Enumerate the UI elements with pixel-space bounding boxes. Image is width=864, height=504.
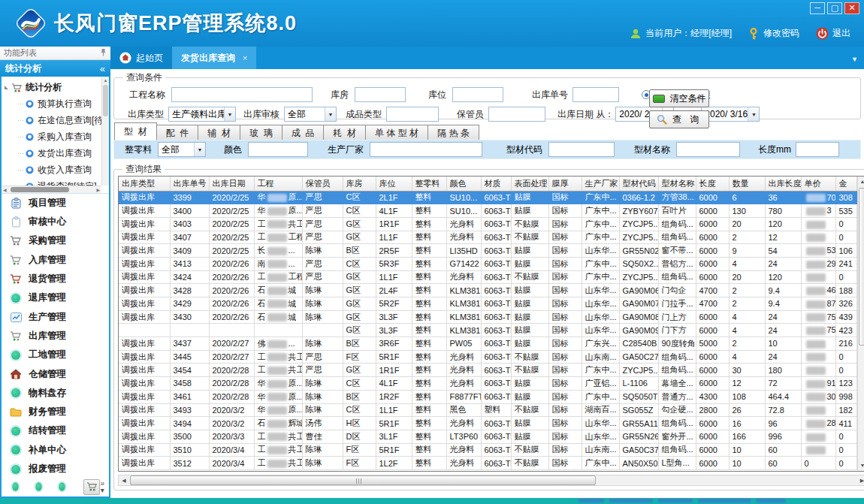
scroll-left-icon[interactable]: ◀ bbox=[119, 475, 129, 485]
column-header[interactable]: 整零料 bbox=[412, 177, 446, 191]
column-header[interactable]: 库房 bbox=[343, 177, 376, 191]
column-header[interactable]: 长度 bbox=[696, 177, 729, 191]
date-to-picker[interactable]: 2020/ 3/16 ▼ bbox=[701, 107, 760, 122]
length-input[interactable] bbox=[796, 142, 839, 157]
grid-vscroll-thumb[interactable] bbox=[859, 188, 864, 346]
table-row[interactable]: 调拨出库34072020/2/25工工程严思G区1L1F整料光身料6063-T5… bbox=[119, 231, 856, 244]
column-header[interactable]: 材质 bbox=[481, 177, 511, 191]
table-row[interactable]: 调拨出库34582020/2/28华原...陈琳C区4L1F整料光身料6063-… bbox=[119, 377, 856, 391]
material-tab-2[interactable]: 配 件 bbox=[157, 125, 199, 140]
grid-horizontal-scrollbar[interactable]: ◀ ▶ bbox=[118, 475, 864, 486]
quick-dot-icon[interactable] bbox=[12, 482, 18, 490]
outbound-type-combo[interactable]: 生产领料出库 ▼ bbox=[168, 107, 236, 122]
tree-item[interactable]: 收货入库查询 bbox=[2, 161, 101, 178]
column-header[interactable]: 出库单号 bbox=[170, 177, 209, 191]
tree-vscroll-thumb[interactable] bbox=[103, 85, 108, 116]
table-row[interactable]: 调拨出库34092020/2/25长...陈琳B区2R5F整料LI35HD606… bbox=[119, 244, 856, 258]
datepicker-arrow-icon[interactable]: ▼ bbox=[748, 107, 759, 121]
maximize-button[interactable]: ▢ bbox=[827, 2, 842, 14]
scroll-left-icon[interactable]: ◀ bbox=[3, 186, 7, 194]
more-buttons-chevron[interactable]: »▾ bbox=[100, 480, 104, 493]
logout[interactable]: 退出 bbox=[816, 27, 850, 40]
table-row[interactable]: 调拨出库34292020/2/26石城陈琳G区5R2F整料KLM38176063… bbox=[119, 297, 856, 311]
column-header[interactable]: 单价 bbox=[801, 177, 835, 191]
tree-item[interactable]: 预算执行查询 bbox=[2, 95, 101, 112]
tree-hscroll-thumb[interactable] bbox=[11, 187, 69, 192]
column-header[interactable]: 保管员 bbox=[302, 177, 343, 191]
scroll-down-icon[interactable]: ▼ bbox=[858, 460, 864, 471]
sidebar-item-补单中心[interactable]: 补单中心 bbox=[2, 441, 109, 460]
tree-item[interactable]: 发货出库查询 bbox=[2, 145, 101, 161]
tree-item[interactable]: 采购入库查询 bbox=[2, 128, 101, 145]
scroll-up-icon[interactable]: ▲ bbox=[858, 177, 864, 187]
audit-combo[interactable]: 全部 ▼ bbox=[284, 107, 337, 122]
table-row[interactable]: 调拨出库34932020/3/2华原...陈琳C区1L1F整料黑色塑料不贴膜国标… bbox=[119, 403, 856, 417]
tree-expand-icon[interactable] bbox=[5, 86, 8, 89]
tab-home[interactable]: 起始页 bbox=[110, 47, 172, 69]
sidebar-item-采购管理[interactable]: 采购管理 bbox=[2, 231, 109, 250]
material-tab-8[interactable]: 隔 热 条 bbox=[428, 125, 479, 140]
column-header[interactable]: 工程 bbox=[254, 177, 302, 191]
sidebar-item-退库管理[interactable]: 退库管理 bbox=[2, 288, 109, 307]
sidebar-item-物料盘存[interactable]: 物料盘存 bbox=[2, 384, 109, 403]
sidebar-item-报废管理[interactable]: 报废管理 bbox=[2, 460, 109, 478]
project-name-input[interactable] bbox=[171, 87, 313, 102]
sidebar-item-财务管理[interactable]: 财务管理 bbox=[2, 403, 109, 421]
sidebar-item-项目管理[interactable]: 项目管理 bbox=[2, 194, 109, 213]
combo-arrow-icon[interactable]: ▼ bbox=[325, 107, 336, 121]
table-row[interactable]: 调拨出库34542020/2/28工共工程严思G区1R1F整料光身料6063-T… bbox=[119, 364, 856, 377]
column-header[interactable]: 库位 bbox=[376, 177, 412, 191]
minimize-button[interactable]: ─ bbox=[810, 2, 825, 14]
material-tab-6[interactable]: 耗 材 bbox=[324, 125, 366, 140]
column-header[interactable]: 型材名称 bbox=[658, 177, 696, 191]
material-tab-7[interactable]: 单 体 型 材 bbox=[366, 125, 428, 140]
column-header[interactable]: 数量 bbox=[729, 177, 765, 191]
column-header[interactable]: 生产厂家 bbox=[582, 177, 619, 191]
column-header[interactable]: 出库类型 bbox=[119, 177, 170, 191]
collapse-icon[interactable]: « bbox=[100, 63, 105, 74]
column-header[interactable]: 型材代码 bbox=[619, 177, 658, 191]
search-button[interactable]: 查 询 bbox=[649, 110, 709, 128]
profile-code-input[interactable] bbox=[548, 142, 615, 157]
sidebar-item-入库管理[interactable]: 入库管理 bbox=[2, 251, 109, 270]
pin-icon[interactable] bbox=[100, 48, 107, 58]
grid-hscroll-thumb[interactable] bbox=[130, 475, 596, 485]
sidebar-section-header[interactable]: 统计分析 « bbox=[0, 60, 110, 77]
sidebar-item-退货管理[interactable]: 退货管理 bbox=[2, 270, 109, 288]
table-row[interactable]: 调拨出库34132020/2/26南...严思C区5R3F整料G71422606… bbox=[119, 257, 856, 270]
tree-horizontal-scrollbar[interactable]: ◀ ▶ bbox=[2, 186, 101, 193]
scroll-right-icon[interactable]: ▶ bbox=[96, 186, 100, 194]
combo-arrow-icon[interactable]: ▼ bbox=[224, 107, 235, 121]
material-tab-3[interactable]: 辅 材 bbox=[198, 125, 240, 140]
table-row[interactable]: 调拨出库34032020/2/25工共工程严思G区1R1F整料光身料6063-T… bbox=[119, 217, 856, 231]
combo-arrow-icon[interactable]: ▼ bbox=[194, 143, 205, 156]
column-header[interactable]: 膜厚 bbox=[548, 177, 582, 191]
tree-item[interactable]: 在途信息查询[待定] bbox=[2, 112, 101, 128]
sidebar-item-工地管理[interactable]: 工地管理 bbox=[2, 346, 109, 364]
factory-input[interactable] bbox=[370, 142, 482, 157]
whole-part-combo[interactable]: 全部 ▼ bbox=[158, 142, 206, 157]
sidebar-item-仓储管理[interactable]: 仓储管理 bbox=[2, 364, 109, 383]
table-row[interactable]: 调拨出库34302020/2/26石城陈琳G区3L3F整料KLM38176063… bbox=[119, 310, 856, 324]
sidebar-item-结转管理[interactable]: 结转管理 bbox=[2, 421, 109, 440]
table-row[interactable]: 调拨出库34452020/2/27工共工程严思F区5R1F整料光身料6063-T… bbox=[119, 350, 856, 364]
tree-vertical-scrollbar[interactable]: ▲ bbox=[101, 77, 109, 186]
quick-dot-icon[interactable] bbox=[35, 482, 41, 490]
change-password[interactable]: 修改密码 bbox=[748, 27, 799, 40]
quick-dot-icon[interactable] bbox=[59, 482, 65, 490]
tab-close-icon[interactable]: × bbox=[243, 53, 247, 62]
tab-active[interactable]: 发货出库查询 × bbox=[172, 47, 256, 69]
column-header[interactable]: 表面处理 bbox=[511, 177, 548, 191]
profile-name-input[interactable] bbox=[676, 142, 740, 157]
color-input[interactable] bbox=[248, 142, 308, 157]
table-row[interactable]: 调拨出库35002020/3/3工共工程曹佳D区3L1F整料LT3P606063… bbox=[119, 430, 856, 443]
table-row[interactable]: 调拨出库34242020/2/26工工程严思G区1L1F整料光身料6063-T5… bbox=[119, 270, 856, 284]
material-tab-5[interactable]: 成 品 bbox=[282, 125, 325, 140]
grid-vertical-scrollbar[interactable]: ▲ ▼ bbox=[857, 177, 864, 471]
order-no-input[interactable] bbox=[572, 87, 619, 102]
clear-conditions-button[interactable]: 清空条件 bbox=[649, 89, 709, 107]
close-button[interactable]: ✕ bbox=[844, 2, 859, 14]
sidebar-item-审核中心[interactable]: 审核中心 bbox=[2, 213, 109, 231]
product-type-input[interactable] bbox=[386, 107, 439, 122]
table-row[interactable]: 调拨出库35122020/3/4工共工程陈琳F区1L2F整料光身料6063-T5… bbox=[119, 457, 856, 470]
